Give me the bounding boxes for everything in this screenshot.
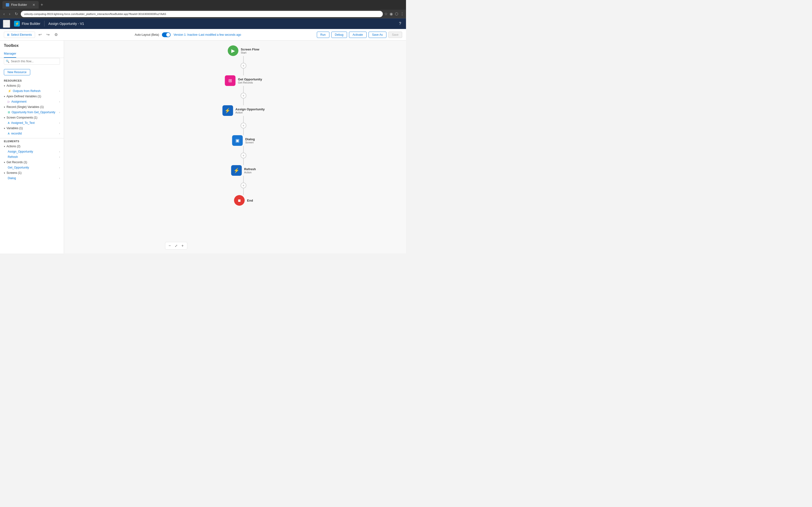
dialog-node: ▣ Dialog Screen [232,135,255,146]
group-header-variables[interactable]: ▾ Variables (1) [0,125,64,131]
run-btn[interactable]: Run [317,32,329,38]
connector-7 [243,146,244,153]
add-btn-5[interactable]: + [241,182,247,188]
address-bar[interactable]: velocity-computing-9919.lightning.force.… [21,11,383,17]
extensions-icon[interactable]: ⬡ [395,12,398,16]
group-title-screen: Screen Components (1) [6,116,37,119]
toolbox-title: Toolbox [0,41,64,50]
new-tab-btn[interactable]: + [41,2,43,7]
add-btn-4[interactable]: + [241,153,247,158]
assign-opportunity-node-icon: ⚡ [222,105,233,116]
dialog-link[interactable]: Dialog [8,176,59,180]
refresh-node-subtitle: Action [244,171,256,174]
save-as-btn[interactable]: Save As [368,32,387,38]
item-arrow-icon: › [59,151,60,153]
redo-btn[interactable]: ↪ [45,32,51,38]
select-elements-btn[interactable]: ⊞ Select Elements [4,32,35,38]
toolbox-tabs: Manager [0,50,64,58]
start-node-label: Screen Flow Start [241,48,259,54]
new-resource-btn[interactable]: New Resource [4,69,30,75]
element-group-header-get-records[interactable]: ▾ Get Records (1) [0,160,64,165]
canvas-inner: ▶ Screen Flow Start + ⊞ [64,41,406,253]
back-nav-btn[interactable]: ‹ [2,11,6,17]
resources-section-label: RESOURCES [0,78,64,83]
list-item[interactable]: A recordId › [0,131,64,136]
connector-10 [243,188,244,195]
group-header-record[interactable]: ▾ Record (Single) Variables (1) [0,104,64,110]
refresh-node-card[interactable]: ⚡ Refresh Action [231,165,256,176]
dialog-node-card[interactable]: ▣ Dialog Screen [232,135,255,146]
assignment-link[interactable]: Assignment [11,100,59,103]
outputs-from-refresh-link[interactable]: Outputs from Refresh [13,89,59,93]
list-item[interactable]: Refresh › [0,154,64,160]
undo-btn[interactable]: ↩ [37,32,43,38]
zoom-fit-btn[interactable]: ⤢ [173,243,179,248]
add-btn-2[interactable]: + [241,93,247,99]
zoom-out-btn[interactable]: − [167,243,172,248]
search-input[interactable] [4,58,60,65]
search-icon: 🔍 [6,60,9,63]
canvas[interactable]: ▶ Screen Flow Start + ⊞ [64,41,406,253]
debug-btn[interactable]: Debug [331,32,347,38]
record-id-link[interactable]: recordId [11,132,59,135]
list-item[interactable]: A Assigned_To_Text › [0,120,64,125]
header-divider [44,21,45,26]
auto-layout-toggle[interactable] [162,32,170,37]
settings-btn[interactable]: ⚙ [53,32,59,38]
select-elements-icon: ⊞ [7,33,9,37]
get-opportunity-link[interactable]: Get_Opportunity [8,166,59,169]
get-opportunity-node-title: Get Opportunity [238,77,262,81]
connector-3 [243,86,244,93]
list-item[interactable]: Dialog › [0,175,64,181]
assign-opportunity-node: ⚡ Assign Opportunity Action [222,105,265,116]
start-icon-symbol: ▶ [231,48,235,54]
reload-nav-btn[interactable]: ↻ [13,11,19,17]
assign-opportunity-node-title: Assign Opportunity [236,107,265,111]
flow-container: ▶ Screen Flow Start + ⊞ [222,45,265,206]
list-item[interactable]: ⊞ Opportunity from Get_Opportunity › [0,110,64,115]
item-arrow-icon: › [59,122,60,124]
connector-1 [243,56,244,63]
end-node-card[interactable]: ■ End [234,195,253,206]
assign-opportunity-link[interactable]: Assign_Opportunity [8,150,59,153]
refresh-node-title: Refresh [244,167,256,171]
browser-tab[interactable]: Flow Builder ✕ [2,1,39,9]
element-group-items-get-records: Get_Opportunity › [0,165,64,170]
tab-favicon [6,3,9,6]
list-item[interactable]: ⚡ Outputs from Refresh › [0,89,64,94]
refresh-link[interactable]: Refresh [8,155,59,159]
tab-close-btn[interactable]: ✕ [33,3,35,7]
list-item[interactable]: ▷ Assignment › [0,99,64,104]
group-header-actions[interactable]: ▾ Actions (1) [0,83,64,89]
list-item[interactable]: Get_Opportunity › [0,165,64,170]
assign-opportunity-node-card[interactable]: ⚡ Assign Opportunity Action [222,105,265,116]
element-group-header-actions[interactable]: ▾ Actions (2) [0,144,64,149]
add-btn-1[interactable]: + [241,63,247,68]
refresh-node: ⚡ Refresh Action [231,165,256,176]
list-item[interactable]: Assign_Opportunity › [0,149,64,154]
save-btn[interactable]: Save [388,32,402,38]
group-header-apex[interactable]: ▾ Apex-Defined Variables (1) [0,94,64,99]
assigned-to-text-link[interactable]: Assigned_To_Text [11,121,59,125]
element-group-header-screens[interactable]: ▾ Screens (1) [0,170,64,175]
opportunity-link[interactable]: Opportunity from Get_Opportunity [12,111,59,114]
zoom-in-btn[interactable]: + [180,243,185,248]
text-icon: A [8,132,10,135]
start-node-card[interactable]: ▶ Screen Flow Start [227,45,259,56]
add-btn-3[interactable]: + [241,123,247,128]
activate-btn[interactable]: Activate [349,32,367,38]
bookmark-icon[interactable]: ☆ [384,12,388,16]
resource-group-actions: ▾ Actions (1) ⚡ Outputs from Refresh › [0,83,64,94]
end-node-label: End [247,199,253,202]
toolbar-right: Run Debug Activate Save As Save [317,32,402,38]
manager-tab[interactable]: Manager [4,50,16,58]
group-header-screen[interactable]: ▾ Screen Components (1) [0,115,64,120]
get-opportunity-node-card[interactable]: ⊞ Get Opportunity Get Records [225,75,262,86]
group-items-screen: A Assigned_To_Text › [0,120,64,125]
menu-icon[interactable]: ⋮ [400,12,404,16]
forward-nav-btn[interactable]: › [7,11,12,17]
help-btn[interactable]: ? [397,20,403,27]
profile-icon[interactable]: ◉ [390,12,393,16]
toolbar: ⊞ Select Elements ↩ ↪ ⚙ Auto-Layout (Bet… [0,29,406,41]
app-back-btn[interactable]: ← [3,20,10,28]
